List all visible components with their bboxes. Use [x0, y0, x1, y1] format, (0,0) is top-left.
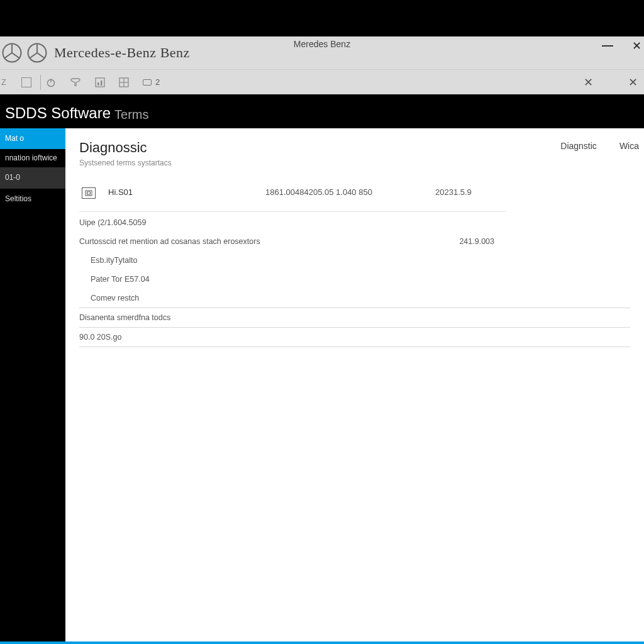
badge-count: 2: [155, 77, 160, 87]
section-header: SDDS Software Terms: [0, 94, 644, 128]
section-title: SDDS Software: [5, 104, 111, 122]
toolbar-right: ✕ ✕: [584, 75, 638, 89]
content-tabs: Diagnstic Wica: [560, 141, 639, 151]
desktop-background: Mercedes-e-Benz Benz Meredes Benz ✕ Z: [0, 0, 644, 644]
data-row-2: Curtosscid ret mention ad cosanas stach …: [79, 232, 494, 251]
window-controls: ✕: [602, 39, 641, 53]
brand-title: Mercedes-e-Benz Benz: [54, 45, 190, 61]
close-panel-icon[interactable]: ✕: [628, 75, 638, 89]
indent-row-1: Esb.ityTytalto: [79, 251, 630, 270]
toolbar-left: Z: [0, 77, 31, 87]
data-row-1: Hi.S01 1861.00484205.05 1.040 850 20231.…: [79, 184, 507, 212]
sidebar-item-information[interactable]: nnation ioftwice: [0, 149, 65, 167]
chart-icon[interactable]: [95, 77, 105, 87]
mercedes-star-icon: [26, 42, 48, 64]
svg-rect-4: [96, 78, 104, 87]
brand-logo-group: Mercedes-e-Benz Benz: [0, 42, 190, 64]
data-row-4: 90.0 20S.go: [79, 328, 630, 347]
indent-row-3: Comev restch: [79, 289, 630, 308]
section-subtitle: Terms: [114, 108, 148, 122]
grid-icon[interactable]: [119, 77, 129, 87]
page-subtitle: Systsened terms systartacs: [79, 158, 630, 167]
data-row-3: Disanenta smerdfna todcs: [79, 308, 630, 328]
close-icon[interactable]: ✕: [632, 39, 641, 53]
sidebar-item-main[interactable]: Mat o: [0, 128, 65, 149]
toolbar-count-badge[interactable]: 2: [143, 77, 160, 87]
sidebar: Mat o nnation ioftwice 01-0 Seltitios: [0, 128, 65, 641]
chip-icon: [82, 187, 96, 199]
svg-rect-6: [101, 80, 103, 86]
power-icon[interactable]: [46, 77, 56, 87]
row1-value2: 20231.5.9: [435, 187, 472, 197]
body: Mat o nnation ioftwice 01-0 Seltitios Di…: [0, 128, 644, 641]
tab-wica[interactable]: Wica: [619, 141, 639, 151]
funnel-icon[interactable]: [70, 77, 81, 87]
svg-rect-10: [86, 191, 92, 196]
minimize-icon[interactable]: [602, 45, 613, 47]
toolbar-separator: [40, 75, 41, 90]
close-tab-icon[interactable]: ✕: [584, 75, 593, 89]
svg-rect-11: [87, 192, 91, 194]
row2-label: Curtosscid ret mention ad cosanas stach …: [79, 237, 260, 246]
toolbar: Z 2 ✕ ✕: [0, 69, 644, 94]
application-window: Mercedes-e-Benz Benz Meredes Benz ✕ Z: [0, 36, 644, 641]
tab-diagnostic[interactable]: Diagnstic: [560, 141, 597, 151]
toolbar-mid: [46, 77, 129, 87]
square-icon[interactable]: [21, 77, 31, 87]
window-title: Meredes Benz: [294, 39, 350, 49]
svg-rect-5: [97, 82, 99, 86]
row1-label: Hi.S01: [108, 187, 265, 197]
mercedes-star-icon: [1, 42, 23, 64]
sidebar-item-010[interactable]: 01-0: [0, 167, 65, 188]
titlebar: Mercedes-e-Benz Benz Meredes Benz ✕: [0, 36, 644, 69]
row1-value: 1861.00484205.05 1.040 850: [265, 187, 435, 197]
uipe-row: Uipe (2/1.604.5059: [79, 212, 630, 232]
page-title: Diagnossic: [79, 140, 630, 156]
bottom-accent-bar: [0, 641, 644, 644]
main-content: Diagnossic Systsened terms systartacs Di…: [65, 128, 644, 641]
sidebar-item-selections[interactable]: Seltitios: [0, 189, 65, 209]
toolbar-left-label: Z: [1, 77, 6, 87]
pill-icon: [143, 79, 152, 86]
indent-row-2: Pater Tor E57.04: [79, 270, 630, 289]
row2-value: 241.9.003: [459, 237, 494, 246]
